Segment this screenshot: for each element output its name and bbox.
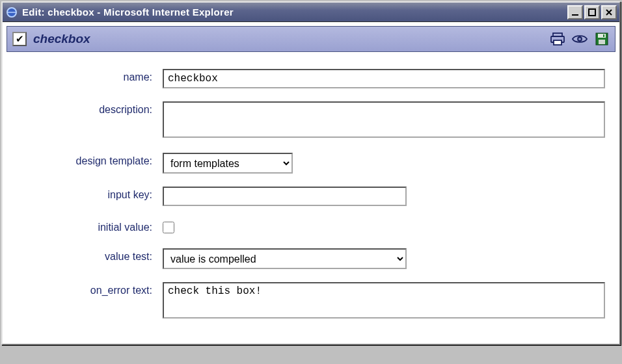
window-title: Edit: checkbox - Microsoft Internet Expl… bbox=[22, 6, 567, 18]
design-template-select[interactable]: form templates bbox=[163, 153, 293, 174]
preview-icon[interactable] bbox=[572, 31, 588, 47]
svg-rect-2 bbox=[589, 9, 595, 16]
svg-rect-10 bbox=[599, 40, 605, 44]
on-error-label: on_error text: bbox=[14, 282, 163, 296]
initial-value-label: initial value: bbox=[14, 219, 163, 233]
form-area: name: description: design template: form… bbox=[3, 56, 619, 344]
value-test-label: value test: bbox=[14, 248, 163, 263]
titlebar: Edit: checkbox - Microsoft Internet Expl… bbox=[3, 3, 619, 22]
initial-value-checkbox[interactable] bbox=[163, 222, 174, 233]
window-controls bbox=[567, 5, 617, 20]
svg-rect-11 bbox=[603, 34, 604, 37]
description-label: description: bbox=[14, 101, 163, 116]
value-test-select[interactable]: value is compelled bbox=[163, 248, 407, 269]
maximize-button[interactable] bbox=[584, 5, 600, 20]
svg-rect-5 bbox=[554, 40, 561, 45]
ie-icon bbox=[5, 6, 18, 19]
page-header-bar: ✔ checkbox bbox=[7, 26, 615, 52]
page-heading: checkbox bbox=[33, 32, 90, 46]
app-window: Edit: checkbox - Microsoft Internet Expl… bbox=[1, 1, 621, 345]
minimize-button[interactable] bbox=[567, 5, 583, 20]
input-key-label: input key: bbox=[14, 187, 163, 201]
svg-rect-1 bbox=[572, 14, 578, 16]
input-key-input[interactable] bbox=[163, 187, 407, 206]
on-error-input[interactable] bbox=[163, 282, 605, 318]
svg-rect-9 bbox=[598, 34, 606, 38]
print-icon[interactable] bbox=[550, 31, 565, 47]
save-icon[interactable] bbox=[594, 31, 610, 47]
close-button[interactable] bbox=[601, 5, 617, 20]
design-template-label: design template: bbox=[14, 153, 163, 167]
checkbox-type-icon: ✔ bbox=[12, 32, 27, 46]
name-input[interactable] bbox=[163, 69, 605, 88]
svg-point-7 bbox=[578, 38, 581, 40]
name-label: name: bbox=[14, 69, 163, 83]
description-input[interactable] bbox=[163, 101, 605, 138]
